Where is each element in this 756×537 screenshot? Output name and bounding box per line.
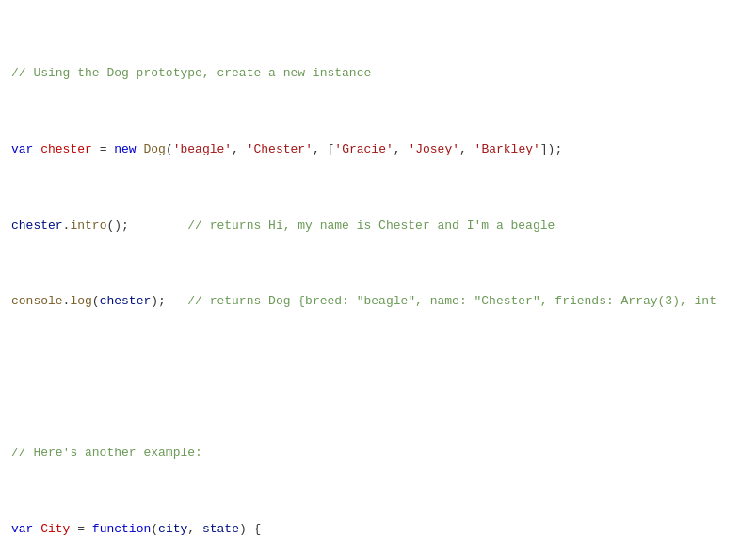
line-3: chester.intro(); // returns Hi, my name … [11,217,745,236]
line-4: console.log(chester); // returns Dog {br… [11,292,745,311]
line-1: // Using the Dog prototype, create a new… [11,64,745,83]
line-7: var City = function(city, state) { [11,520,745,537]
code-editor: // Using the Dog prototype, create a new… [0,0,756,537]
line-2: var chester = new Dog('beagle', 'Chester… [11,140,745,159]
line-6: // Here's another example: [11,444,745,463]
line-blank-1 [11,368,745,387]
